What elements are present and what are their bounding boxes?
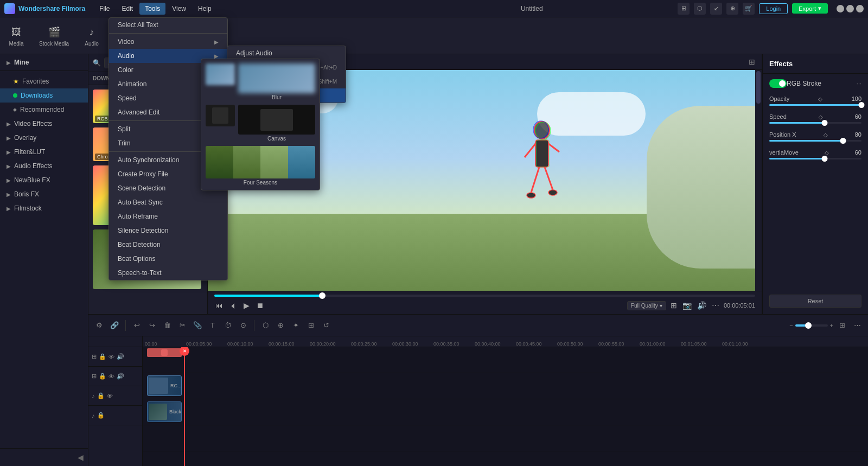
- stop-button[interactable]: ⏹: [255, 300, 265, 311]
- tl-link-btn[interactable]: 🔗: [108, 319, 121, 332]
- menu-edit[interactable]: Edit: [116, 3, 138, 15]
- tl-clip-btn[interactable]: 📎: [191, 319, 204, 332]
- track1-eye[interactable]: 👁: [108, 354, 114, 360]
- tl-duration-btn[interactable]: ⏱: [221, 319, 234, 332]
- vertia-move-slider[interactable]: [769, 158, 861, 159]
- tl-magnet-btn[interactable]: ⊕: [274, 319, 287, 332]
- menu-view[interactable]: View: [167, 3, 192, 15]
- menu-tools[interactable]: Tools: [139, 3, 165, 15]
- player-expand-btn[interactable]: ⊞: [749, 58, 755, 66]
- toolbar-templates[interactable]: 📋 Templates: [195, 22, 229, 49]
- media-item-chro[interactable]: Chro: [93, 127, 142, 161]
- track2-lock[interactable]: 🔒: [99, 373, 106, 380]
- player-scrollbar[interactable]: [755, 70, 762, 291]
- sidebar-item-newblue-fx[interactable]: ▶ NewBlue FX: [0, 173, 88, 187]
- rgb-stroke-toggle[interactable]: [769, 79, 787, 88]
- fullscreen-btn[interactable]: ⊞: [669, 300, 678, 311]
- sidebar-item-audio-effects[interactable]: ▶ Audio Effects: [0, 159, 88, 173]
- media-item-large2[interactable]: [93, 229, 201, 289]
- tl-delete-btn[interactable]: 🗑: [161, 319, 174, 332]
- track3-lock[interactable]: 🔒: [97, 392, 105, 399]
- sort-icon[interactable]: ⊞: [190, 59, 195, 67]
- login-button[interactable]: Login: [759, 3, 788, 14]
- media-item-tvwe[interactable]: TVwe: [146, 90, 195, 123]
- prev-frame-button[interactable]: ⏴: [228, 300, 238, 311]
- tl-settings-btn[interactable]: ⚙: [93, 319, 106, 332]
- track4-lock[interactable]: 🔒: [97, 412, 105, 419]
- minimize-button[interactable]: [837, 5, 844, 12]
- tl-split-btn[interactable]: ⊞: [304, 319, 317, 332]
- speed-slider[interactable]: [769, 122, 861, 124]
- tl-grid-btn[interactable]: ⊞: [835, 319, 848, 332]
- sidebar-collapse[interactable]: ◀: [0, 448, 88, 466]
- reset-button[interactable]: Reset: [769, 295, 861, 308]
- rgb-stroke-menu[interactable]: ···: [857, 80, 861, 87]
- toolbar-media[interactable]: 🖼 Media: [4, 22, 28, 49]
- opacity-slider[interactable]: [769, 104, 861, 106]
- vertia-move-keyframe[interactable]: ◇: [825, 150, 829, 156]
- titlebar-icon2[interactable]: ⬡: [694, 3, 706, 15]
- tl-fx-btn[interactable]: ✦: [289, 319, 302, 332]
- tl-more-btn[interactable]: ⋯: [851, 319, 864, 332]
- toolbar-stickers[interactable]: 😊 Stickers: [126, 22, 154, 49]
- toolbar-stock-media[interactable]: 🎬 Stock Media: [35, 22, 73, 49]
- speed-keyframe[interactable]: ◇: [819, 114, 823, 120]
- menu-help[interactable]: Help: [193, 3, 217, 15]
- sidebar-item-video-effects[interactable]: ▶ Video Effects: [0, 117, 88, 131]
- tl-text-btn[interactable]: T: [206, 319, 219, 332]
- sidebar-item-boris-fx[interactable]: ▶ Boris FX: [0, 187, 88, 201]
- track2-audio[interactable]: 🔊: [117, 373, 124, 380]
- maximize-button[interactable]: [846, 5, 854, 12]
- settings-btn[interactable]: ⋯: [711, 300, 720, 311]
- sidebar-item-favorites[interactable]: ★ Favorites: [0, 74, 88, 88]
- track3-eye[interactable]: 👁: [107, 393, 113, 399]
- zoom-thumb[interactable]: [805, 322, 812, 329]
- track1-lock[interactable]: 🔒: [99, 353, 106, 360]
- quality-button[interactable]: Full Quality ▾: [627, 301, 666, 310]
- media-item-rgb[interactable]: RGB: [93, 90, 142, 123]
- opacity-keyframe[interactable]: ◇: [818, 96, 822, 102]
- titlebar-icon5[interactable]: 🛒: [743, 3, 755, 15]
- toolbar-audio[interactable]: ♪ Audio: [80, 22, 104, 49]
- menu-file[interactable]: File: [94, 3, 115, 15]
- sidebar-item-overlay[interactable]: ▶ Overlay: [0, 131, 88, 145]
- speed-thumb[interactable]: [822, 120, 828, 126]
- rewind-button[interactable]: ⏮: [214, 300, 224, 311]
- mine-header[interactable]: ▶ Mine: [0, 54, 88, 71]
- more-icon[interactable]: ···: [199, 59, 204, 67]
- tl-circle-btn[interactable]: ⊙: [237, 319, 250, 332]
- media-item-large1[interactable]: [93, 165, 201, 225]
- titlebar-icon1[interactable]: ⊞: [678, 3, 690, 15]
- vertia-move-thumb[interactable]: [822, 156, 828, 162]
- tl-cut-btn[interactable]: ✂: [176, 319, 189, 332]
- sidebar-item-downloads[interactable]: Downloads: [0, 88, 88, 103]
- tl-select-btn[interactable]: ⬡: [259, 319, 272, 332]
- track2-eye[interactable]: 👁: [108, 373, 114, 380]
- track1-audio[interactable]: 🔊: [117, 353, 124, 360]
- tl-undo-btn[interactable]: ↩: [130, 319, 143, 332]
- toolbar-markers[interactable]: 📍 Markers: [161, 22, 189, 49]
- position-x-slider[interactable]: [769, 140, 861, 142]
- export-button[interactable]: Export ▾: [792, 3, 828, 14]
- sidebar-item-filter-lut[interactable]: ▶ Filter&LUT: [0, 145, 88, 159]
- play-button[interactable]: ▶: [242, 300, 251, 311]
- close-button[interactable]: [856, 5, 864, 12]
- position-x-thumb[interactable]: [840, 138, 846, 144]
- tl-loop-btn[interactable]: ↺: [320, 319, 333, 332]
- zoom-slider[interactable]: [795, 324, 828, 327]
- video-clip-1[interactable]: RC...: [147, 375, 182, 396]
- search-input[interactable]: [104, 58, 187, 68]
- player-progress-bar[interactable]: [214, 295, 755, 297]
- tl-redo-btn[interactable]: ↪: [145, 319, 158, 332]
- snapshot-btn[interactable]: 📷: [681, 300, 693, 311]
- opacity-thumb[interactable]: [859, 102, 865, 108]
- progress-thumb[interactable]: [319, 292, 326, 299]
- sidebar-item-recommended[interactable]: ◆ Recommended: [0, 103, 88, 117]
- position-x-keyframe[interactable]: ◇: [824, 132, 828, 138]
- video-clip-2[interactable]: Black...: [147, 401, 182, 422]
- volume-btn[interactable]: 🔊: [696, 300, 707, 311]
- titlebar-icon3[interactable]: ↙: [710, 3, 722, 15]
- effect-clip[interactable]: [147, 348, 182, 357]
- titlebar-icon4[interactable]: ⊕: [726, 3, 738, 15]
- collapse-icon[interactable]: ◀: [78, 453, 84, 462]
